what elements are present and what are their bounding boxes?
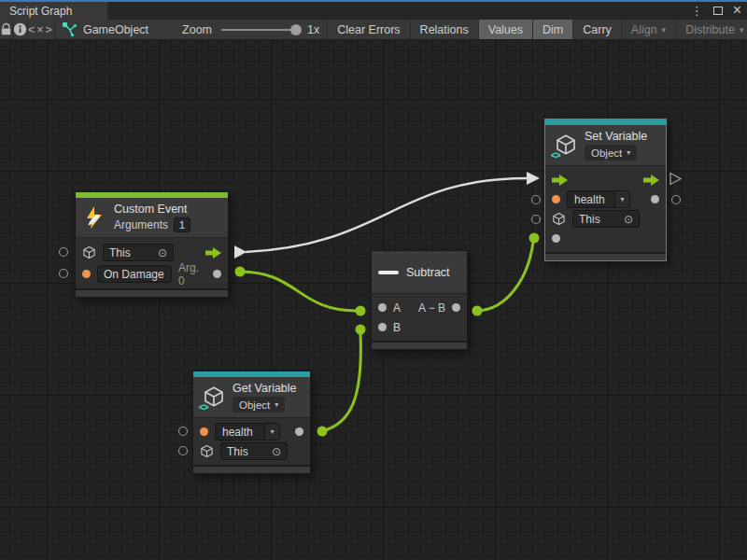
zoom-slider-handle[interactable] bbox=[290, 24, 302, 35]
set-variable-header: <> Set Variable Object ▾ bbox=[545, 125, 666, 166]
cube-icon bbox=[200, 444, 214, 458]
dim-button[interactable]: Dim bbox=[533, 20, 573, 39]
node-footer bbox=[545, 252, 666, 260]
variable-cube-icon: <> bbox=[552, 133, 577, 158]
target-picker-icon[interactable]: ⊙ bbox=[272, 445, 281, 458]
node-footer bbox=[76, 288, 228, 297]
subtract-body: A A − B B bbox=[372, 294, 467, 341]
maximize-icon[interactable] bbox=[713, 7, 723, 15]
gameobject-label: GameObject bbox=[83, 23, 148, 36]
target-row: This ⊙ bbox=[545, 209, 666, 229]
edit-code-button[interactable]: <×> bbox=[28, 20, 55, 39]
graph-toolbar: <×> GameObject Zoom 1x Clear Errors Rela… bbox=[0, 20, 747, 40]
node-custom-event[interactable]: Custom Event Arguments 1 This ⊙ bbox=[75, 191, 229, 298]
flow-row bbox=[545, 170, 666, 189]
window-focus-accent bbox=[0, 0, 747, 2]
distribute-button[interactable]: Distribute ▾ bbox=[676, 20, 747, 39]
new-value-row bbox=[545, 229, 666, 248]
arg-0-label: Arg. 0 bbox=[178, 261, 206, 287]
node-title: Set Variable bbox=[585, 130, 647, 143]
set-variable-body: health ▾ This ⊙ bbox=[545, 166, 666, 252]
event-name-field[interactable]: On Damage bbox=[97, 265, 172, 283]
info-icon bbox=[13, 22, 27, 36]
carry-button[interactable]: Carry bbox=[573, 20, 622, 39]
align-button[interactable]: Align ▾ bbox=[622, 20, 676, 39]
node-title: Custom Event bbox=[114, 203, 190, 216]
node-set-variable[interactable]: <> Set Variable Object ▾ bbox=[544, 119, 667, 261]
caret-down-icon: ▾ bbox=[740, 25, 744, 35]
relations-button[interactable]: Relations bbox=[411, 20, 479, 39]
clear-errors-button[interactable]: Clear Errors bbox=[328, 20, 410, 39]
custom-event-icon bbox=[82, 205, 106, 230]
cube-icon bbox=[82, 245, 96, 259]
target-field[interactable]: This ⊙ bbox=[220, 442, 288, 460]
arguments-label: Arguments bbox=[114, 218, 168, 231]
tab-script-graph[interactable]: Script Graph bbox=[0, 2, 107, 20]
tab-title: Script Graph bbox=[9, 5, 72, 18]
zoom-value: 1x bbox=[307, 23, 319, 36]
target-field[interactable]: This ⊙ bbox=[103, 244, 174, 261]
node-title: Get Variable bbox=[233, 382, 297, 395]
variable-scope-dropdown[interactable]: Object ▾ bbox=[585, 145, 637, 161]
gameobject-target[interactable]: GameObject bbox=[55, 20, 148, 39]
caret-down-icon: ▾ bbox=[627, 148, 630, 157]
unity-graph-window: Script Graph ⋮ × <×> bbox=[0, 0, 747, 560]
caret-down-icon: ▾ bbox=[275, 400, 278, 409]
flow-output-port[interactable] bbox=[205, 247, 221, 259]
variable-code-tag: <> bbox=[199, 402, 208, 413]
window-menu-icon[interactable]: ⋮ bbox=[689, 5, 705, 17]
get-variable-header: <> Get Variable Object ▾ bbox=[193, 377, 310, 418]
close-icon[interactable]: × bbox=[731, 3, 743, 18]
node-get-variable[interactable]: <> Get Variable Object ▾ health ▾ bbox=[192, 371, 311, 474]
input-b-row: B bbox=[372, 317, 467, 337]
zoom-slider-track bbox=[221, 29, 300, 31]
info-button[interactable] bbox=[13, 20, 28, 39]
lock-icon bbox=[0, 22, 12, 36]
custom-event-header: Custom Event Arguments 1 bbox=[76, 198, 228, 238]
caret-down-icon: ▾ bbox=[264, 424, 279, 440]
result-label: A − B bbox=[418, 301, 445, 315]
input-a-row: A A − B bbox=[372, 298, 467, 317]
window-controls: ⋮ × bbox=[689, 2, 743, 19]
variable-name-row: health ▾ bbox=[193, 422, 310, 441]
node-footer bbox=[372, 341, 467, 349]
code-icon: <×> bbox=[28, 23, 54, 36]
node-subtract[interactable]: Subtract A A − B B bbox=[371, 250, 468, 350]
variable-code-tag: <> bbox=[551, 150, 560, 161]
lock-button[interactable] bbox=[0, 20, 13, 39]
variable-name-dropdown[interactable]: health ▾ bbox=[215, 423, 280, 441]
variable-name-port[interactable] bbox=[552, 195, 560, 203]
arg-0-output-port[interactable] bbox=[213, 270, 221, 278]
input-a-label: A bbox=[393, 301, 401, 315]
variable-name-dropdown[interactable]: health ▾ bbox=[567, 190, 630, 208]
target-field[interactable]: This ⊙ bbox=[572, 210, 640, 228]
arguments-count-field[interactable]: 1 bbox=[174, 217, 190, 232]
result-output-port[interactable] bbox=[452, 303, 460, 312]
subtract-header: Subtract bbox=[372, 251, 467, 294]
target-picker-icon[interactable]: ⊙ bbox=[158, 246, 167, 259]
variable-name-row: health ▾ bbox=[545, 189, 666, 209]
cube-icon bbox=[552, 212, 566, 226]
input-b-port[interactable] bbox=[378, 323, 387, 331]
new-value-input-port[interactable] bbox=[552, 234, 560, 243]
output-value-port[interactable] bbox=[295, 427, 303, 436]
node-title: Subtract bbox=[406, 266, 450, 279]
input-b-label: B bbox=[393, 321, 401, 334]
node-footer bbox=[193, 465, 310, 473]
subtract-icon bbox=[378, 271, 399, 274]
input-a-port[interactable] bbox=[378, 303, 387, 312]
values-button[interactable]: Values bbox=[479, 20, 533, 39]
variable-scope-dropdown[interactable]: Object ▾ bbox=[233, 397, 285, 413]
flow-output-port[interactable] bbox=[643, 175, 659, 186]
flow-input-port[interactable] bbox=[552, 175, 568, 186]
zoom-slider[interactable] bbox=[221, 24, 300, 35]
target-picker-icon[interactable]: ⊙ bbox=[624, 213, 633, 226]
target-row: This ⊙ bbox=[193, 441, 310, 461]
output-value-port[interactable] bbox=[651, 195, 659, 203]
tab-strip: Script Graph ⋮ × bbox=[0, 0, 747, 20]
caret-down-icon: ▾ bbox=[662, 25, 667, 35]
variable-name-port[interactable] bbox=[200, 427, 208, 436]
custom-event-body: This ⊙ On Damage Arg. 0 bbox=[76, 238, 228, 288]
event-name-port[interactable] bbox=[82, 270, 91, 278]
get-variable-body: health ▾ This ⊙ bbox=[193, 418, 310, 465]
